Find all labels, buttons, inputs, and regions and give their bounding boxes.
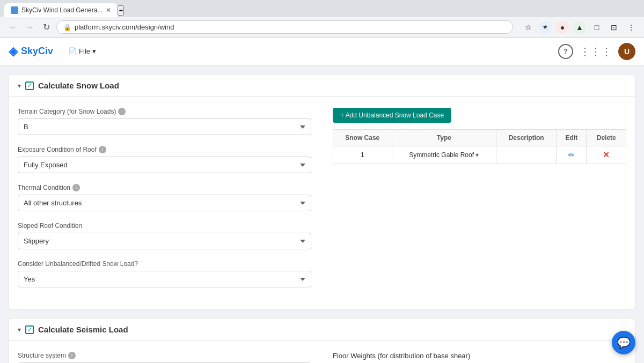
new-tab-btn[interactable]: +	[118, 5, 124, 16]
help-btn[interactable]: ?	[558, 44, 573, 59]
ext-icon-4[interactable]: □	[590, 21, 603, 34]
sloped-roof-select[interactable]: Slippery Not Slippery	[18, 233, 311, 249]
sloped-roof-group: Sloped Roof Condition Slippery Not Slipp…	[18, 222, 311, 249]
user-avatar[interactable]: U	[618, 43, 635, 60]
seismic-left-col: Structure system i Steel Moment-Resistin…	[18, 352, 311, 363]
seismic-checkbox[interactable]: ✓	[25, 325, 34, 334]
terrain-category-select[interactable]: B A C D	[18, 118, 311, 135]
seismic-section-body: Structure system i Steel Moment-Resistin…	[9, 341, 635, 363]
snow-case-row-1: 1 Symmetric Gable Roof ▾ ✏	[333, 146, 626, 164]
snow-right-col: + Add Unbalanced Snow Load Case Snow Cas…	[333, 108, 626, 164]
snow-case-edit-cell: ✏	[557, 146, 587, 164]
logo-text: SkyCiv	[21, 46, 53, 57]
snow-case-description	[496, 146, 557, 164]
ext-icon-5[interactable]: ⊡	[608, 21, 620, 34]
unbalanced-select[interactable]: Yes No	[18, 271, 311, 287]
snow-case-type: Symmetric Gable Roof ▾	[392, 146, 496, 164]
thermal-label: Thermal Condition i	[18, 184, 311, 191]
lock-icon: 🔒	[63, 24, 71, 31]
structure-system-info-icon[interactable]: i	[68, 352, 76, 359]
unbalanced-group: Consider Unbalanced/Drifted Snow Load? Y…	[18, 260, 311, 287]
browser-tabs: SkyCiv Wind Load Genera... ✕ +	[0, 0, 644, 17]
col-delete: Delete	[587, 130, 626, 146]
header-right: ? ⋮⋮⋮ U	[558, 43, 635, 60]
address-text: platform.skyciv.com/design/wind	[75, 23, 174, 31]
logo-icon: ◈	[9, 45, 18, 58]
app-header: ◈ SkyCiv 📄 File ▾ ? ⋮⋮⋮ U	[0, 38, 644, 65]
header-menu: 📄 File ▾	[64, 45, 100, 57]
snow-table-header-row: Snow Case Type Description Edit Delete	[333, 130, 626, 146]
snow-case-delete-btn[interactable]: ✕	[603, 150, 610, 159]
chat-btn[interactable]: 💬	[612, 331, 635, 354]
snow-section-title: Calculate Snow Load	[38, 81, 119, 90]
seismic-section-title: Calculate Seismic Load	[38, 325, 128, 334]
exposure-condition-group: Exposure Condition of Roof i Fully Expos…	[18, 146, 311, 173]
file-dropdown-arrow: ▾	[92, 47, 96, 55]
thermal-info-icon[interactable]: i	[72, 184, 80, 191]
browser-tab-active[interactable]: SkyCiv Wind Load Genera... ✕	[4, 3, 118, 17]
col-edit: Edit	[557, 130, 587, 146]
ext-icon-1[interactable]: ★	[539, 21, 552, 34]
file-menu-btn[interactable]: 📄 File ▾	[64, 45, 100, 57]
ext-icon-2[interactable]: ●	[556, 21, 569, 34]
terrain-info-icon[interactable]: i	[118, 108, 126, 115]
snow-cases-table: Snow Case Type Description Edit Delete 1	[333, 129, 626, 164]
snow-case-edit-btn[interactable]: ✏	[568, 151, 575, 159]
snow-section-body: Terrain Category (for Snow Loads) i B A …	[9, 97, 635, 309]
snow-case-id: 1	[333, 146, 392, 164]
floor-weights-title: Floor Weights (for distribution of base …	[333, 352, 626, 360]
snow-section-header: ▾ ✓ Calculate Snow Load	[9, 75, 635, 97]
snow-left-col: Terrain Category (for Snow Loads) i B A …	[18, 108, 311, 298]
col-snow-case: Snow Case	[333, 130, 392, 146]
terrain-category-group: Terrain Category (for Snow Loads) i B A …	[18, 108, 311, 135]
more-btn[interactable]: ⋮	[625, 21, 638, 34]
ext-icon-3[interactable]: ▲	[573, 21, 586, 34]
address-bar[interactable]: 🔒 platform.skyciv.com/design/wind	[56, 20, 513, 34]
exposure-label: Exposure Condition of Roof i	[18, 146, 311, 153]
structure-system-group: Structure system i Steel Moment-Resistin…	[18, 352, 311, 363]
logo: ◈ SkyCiv	[9, 45, 53, 58]
unbalanced-label: Consider Unbalanced/Drifted Snow Load?	[18, 260, 311, 268]
main-content: ▾ ✓ Calculate Snow Load Terrain Category…	[0, 65, 644, 363]
thermal-condition-group: Thermal Condition i All other structures…	[18, 184, 311, 211]
col-type: Type	[392, 130, 496, 146]
snow-case-delete-cell: ✕	[587, 146, 626, 164]
seismic-two-col: Structure system i Steel Moment-Resistin…	[18, 352, 626, 363]
add-snow-case-btn[interactable]: + Add Unbalanced Snow Load Case	[333, 108, 451, 123]
seismic-right-col: Floor Weights (for distribution of base …	[333, 352, 626, 363]
forward-btn[interactable]: →	[24, 21, 36, 33]
tab-favicon	[11, 6, 18, 14]
exposure-condition-select[interactable]: Fully Exposed Partially Exposed Sheltere…	[18, 157, 311, 173]
browser-toolbar-icons: ☆ ★ ● ▲ □ ⊡ ⋮	[522, 21, 638, 34]
sloped-roof-label: Sloped Roof Condition	[18, 222, 311, 229]
bookmark-icon[interactable]: ☆	[522, 21, 535, 34]
back-btn[interactable]: ←	[6, 21, 19, 33]
apps-btn[interactable]: ⋮⋮⋮	[580, 45, 612, 58]
snow-checkbox[interactable]: ✓	[25, 82, 34, 90]
tab-title: SkyCiv Wind Load Genera...	[21, 6, 103, 14]
snow-load-section: ▾ ✓ Calculate Snow Load Terrain Category…	[9, 74, 635, 309]
file-icon: 📄	[68, 47, 77, 55]
exposure-info-icon[interactable]: i	[99, 146, 106, 153]
col-description: Description	[496, 130, 557, 146]
seismic-collapse-toggle[interactable]: ▾	[18, 326, 21, 334]
seismic-load-section: ▾ ✓ Calculate Seismic Load Structure sys…	[9, 318, 635, 363]
type-dropdown-icon[interactable]: ▾	[475, 151, 479, 159]
structure-system-label: Structure system i	[18, 352, 311, 359]
file-label: File	[79, 47, 90, 55]
reload-btn[interactable]: ↻	[41, 21, 52, 33]
snow-collapse-toggle[interactable]: ▾	[18, 82, 21, 90]
chat-icon: 💬	[617, 336, 631, 349]
thermal-condition-select[interactable]: All other structures Heated structures U…	[18, 195, 311, 211]
avatar-initial: U	[624, 47, 630, 56]
tab-close-btn[interactable]: ✕	[106, 6, 111, 14]
browser-addressbar: ← → ↻ 🔒 platform.skyciv.com/design/wind …	[0, 17, 644, 37]
snow-two-col: Terrain Category (for Snow Loads) i B A …	[18, 108, 626, 298]
terrain-label: Terrain Category (for Snow Loads) i	[18, 108, 311, 115]
browser-chrome: SkyCiv Wind Load Genera... ✕ + ← → ↻ 🔒 p…	[0, 0, 644, 38]
seismic-section-header: ▾ ✓ Calculate Seismic Load	[9, 318, 635, 341]
